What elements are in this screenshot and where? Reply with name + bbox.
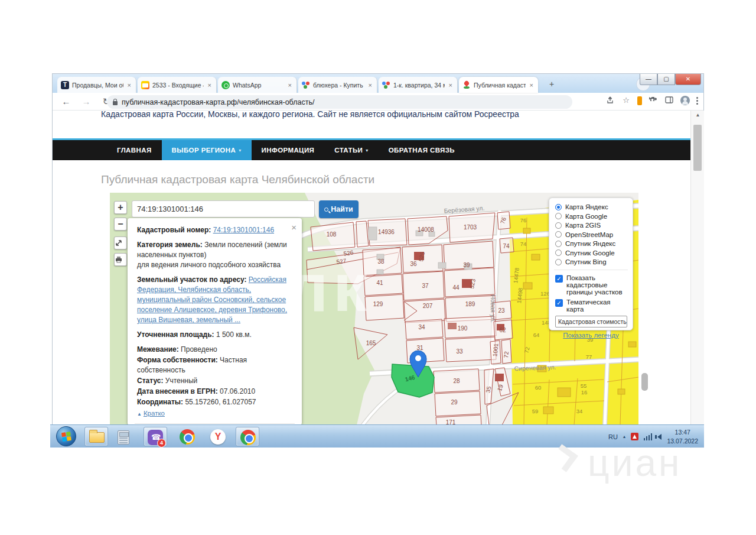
basemap-radio-option[interactable]: Карта Яндекс bbox=[555, 203, 627, 210]
checkbox-label: Показать кадастровые границы участков bbox=[566, 274, 627, 296]
minimize-button[interactable]: — bbox=[640, 74, 657, 85]
nav-item-информация[interactable]: ИНФОРМАЦИЯ bbox=[252, 140, 325, 160]
taskbar-yandex-button[interactable]: Y bbox=[206, 427, 230, 446]
chrome-icon bbox=[180, 429, 195, 445]
bookmark-star-icon[interactable]: ☆ bbox=[621, 96, 631, 105]
sidebar-icon[interactable] bbox=[664, 96, 674, 105]
forward-button[interactable]: → bbox=[80, 96, 93, 106]
cian-favicon-icon bbox=[382, 81, 390, 89]
basemap-radio-option[interactable]: OpenStreetMap bbox=[555, 231, 627, 238]
browser-tab[interactable]: Публичная кадастров× bbox=[459, 77, 538, 93]
radio-icon[interactable] bbox=[555, 213, 562, 219]
nav-item-главная[interactable]: ГЛАВНАЯ bbox=[107, 140, 162, 160]
coords-value: 55.157260, 61.027057 bbox=[185, 398, 256, 406]
extensions-puzzle-icon[interactable] bbox=[649, 96, 658, 105]
taskbar-viber-button[interactable]: ☎ 4 bbox=[144, 427, 167, 446]
site-navbar: ГЛАВНАЯВЫБОР РЕГИОНА▾ИНФОРМАЦИЯСТАТЬИ▾ОБ… bbox=[53, 138, 690, 160]
search-input[interactable] bbox=[132, 200, 315, 218]
red-tray-icon[interactable] bbox=[631, 433, 638, 440]
profile-avatar[interactable] bbox=[680, 96, 690, 105]
page-content: Кадастровая карта России, Москвы, и кажд… bbox=[53, 111, 690, 448]
windows-logo-icon bbox=[61, 432, 72, 442]
basemap-radio-option[interactable]: Карта 2GIS bbox=[555, 222, 627, 229]
print-button[interactable] bbox=[114, 253, 127, 266]
mail-favicon-icon bbox=[141, 81, 149, 89]
show-legend-link[interactable]: Показать легенду bbox=[555, 332, 627, 339]
taskbar-calculator-button[interactable] bbox=[112, 427, 135, 446]
chrome-icon bbox=[240, 430, 256, 445]
browser-tab[interactable]: WhatsApp× bbox=[218, 77, 297, 93]
fullscreen-button[interactable] bbox=[114, 236, 127, 249]
browser-tab[interactable]: блюхера - Купить 1-ко× bbox=[298, 77, 377, 93]
checkbox-checked-icon[interactable]: ✓ bbox=[555, 275, 563, 283]
page-title: Публичная кадастровая карта Челябинской … bbox=[101, 173, 374, 186]
basemap-radio-option[interactable]: Спутник Яндекс bbox=[555, 240, 627, 247]
tab-close-icon[interactable]: × bbox=[529, 82, 535, 89]
basemap-radio-list: Карта ЯндексКарта GoogleКарта 2GISOpenSt… bbox=[555, 203, 627, 265]
search-button[interactable]: Найти bbox=[319, 200, 359, 218]
basemap-radio-option[interactable]: Спутник Bing bbox=[555, 258, 627, 265]
browser-menu-icon[interactable] bbox=[696, 97, 699, 105]
area-value: 1 500 кв.м. bbox=[216, 330, 252, 339]
maximize-button[interactable]: ▢ bbox=[657, 74, 675, 85]
nav-item-статьи[interactable]: СТАТЬИ▾ bbox=[324, 140, 378, 160]
tab-close-icon[interactable]: × bbox=[287, 82, 293, 89]
taskbar-chrome-button[interactable] bbox=[175, 427, 199, 446]
address-bar[interactable]: публичная-кадастровая-карта.рф/челябинск… bbox=[107, 95, 572, 109]
extension-orange-icon[interactable] bbox=[637, 96, 642, 105]
panel-close-icon[interactable]: × bbox=[291, 221, 296, 234]
close-button[interactable]: ✕ bbox=[675, 74, 701, 85]
radio-icon[interactable] bbox=[555, 259, 562, 265]
overlay-checkbox-option[interactable]: ✓Показать кадастровые границы участков bbox=[555, 274, 627, 296]
calculator-icon bbox=[118, 430, 129, 445]
language-indicator[interactable]: RU bbox=[608, 433, 618, 440]
radio-icon[interactable] bbox=[555, 241, 562, 247]
egrn-value: 07.06.2010 bbox=[220, 387, 255, 395]
area-label: Уточненная площадь: bbox=[137, 330, 214, 339]
nav-item-выбор-региона[interactable]: ВЫБОР РЕГИОНА▾ bbox=[162, 140, 252, 160]
taskbar-chrome-active-button[interactable] bbox=[236, 427, 259, 446]
zoom-in-button[interactable]: + bbox=[114, 201, 127, 214]
radio-icon[interactable] bbox=[555, 249, 562, 256]
checkbox-checked-icon[interactable]: ✓ bbox=[555, 299, 563, 307]
radio-label: OpenStreetMap bbox=[565, 231, 613, 238]
tab-title: Публичная кадастров bbox=[474, 82, 526, 89]
browser-tab[interactable]: 2533 - Входящие — Ян× bbox=[138, 77, 217, 93]
new-tab-button[interactable]: + bbox=[544, 79, 559, 90]
overlay-checkbox-option[interactable]: ✓Тематическая карта bbox=[555, 299, 627, 313]
scrollbar-thumb[interactable] bbox=[693, 125, 702, 171]
browser-tab[interactable]: ТПродавцы, Мои объек× bbox=[57, 77, 136, 93]
basemap-radio-option[interactable]: Спутник Google bbox=[555, 249, 627, 257]
tab-close-icon[interactable]: × bbox=[367, 82, 373, 89]
zoom-out-button[interactable]: − bbox=[114, 218, 127, 231]
tray-expand-icon[interactable]: ▴ bbox=[623, 434, 625, 439]
survey-label: Межевание: bbox=[137, 345, 179, 354]
tab-close-icon[interactable]: × bbox=[126, 82, 132, 89]
inner-scrollbar-thumb[interactable] bbox=[641, 373, 648, 391]
share-icon[interactable] bbox=[605, 96, 615, 105]
browser-tab[interactable]: 1-к. квартира, 34 м², 8× bbox=[379, 77, 458, 93]
start-button[interactable] bbox=[56, 426, 76, 446]
selected-parcel[interactable] bbox=[392, 364, 434, 397]
thematic-select[interactable]: Кадастровая стоимость уч ▾ bbox=[555, 316, 627, 328]
nav-item-обратная-связь[interactable]: ОБРАТНАЯ СВЯЗЬ bbox=[379, 140, 465, 160]
back-button[interactable]: ← bbox=[60, 96, 73, 106]
survey-value: Проведено bbox=[181, 345, 217, 354]
tab-close-icon[interactable]: × bbox=[207, 82, 213, 89]
cad-number-link[interactable]: 74:19:1301001:146 bbox=[213, 226, 274, 234]
brief-link[interactable]: ▲Кратко bbox=[137, 408, 292, 418]
taskbar-explorer-button[interactable] bbox=[84, 427, 108, 446]
viber-icon: ☎ 4 bbox=[148, 430, 163, 445]
radio-icon[interactable] bbox=[555, 204, 562, 210]
tab-title: 2533 - Входящие — Ян bbox=[152, 82, 204, 89]
volume-icon[interactable] bbox=[657, 434, 662, 440]
radio-icon[interactable] bbox=[555, 222, 562, 229]
tab-close-icon[interactable]: × bbox=[448, 82, 454, 89]
folder-icon bbox=[89, 432, 105, 443]
radio-icon[interactable] bbox=[555, 231, 562, 238]
cian-watermark: циан bbox=[588, 441, 682, 485]
basemap-radio-option[interactable]: Карта Google bbox=[555, 213, 627, 220]
network-icon[interactable] bbox=[644, 433, 653, 440]
scroll-up-arrow[interactable]: ▲ bbox=[691, 111, 705, 120]
egrn-label: Дата внесения в ЕГРН: bbox=[137, 387, 218, 395]
